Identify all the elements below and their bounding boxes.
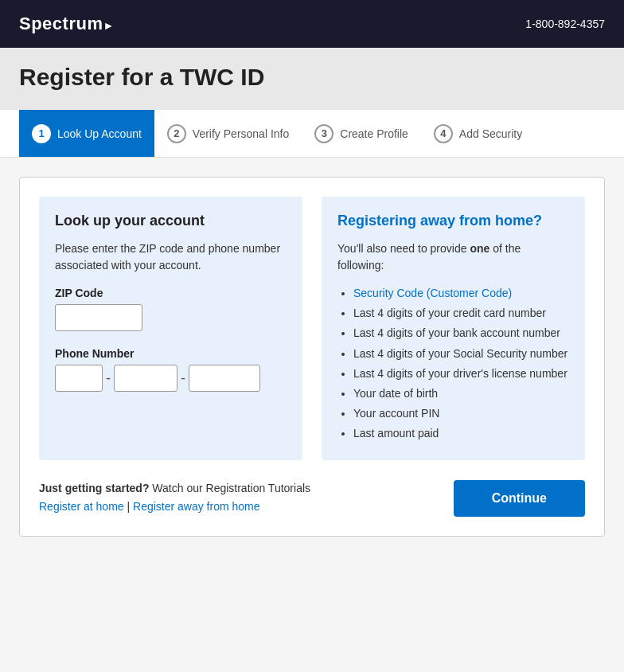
bottom-row: Just getting started? Watch our Registra… (39, 479, 585, 518)
left-panel-desc: Please enter the ZIP code and phone numb… (55, 240, 287, 274)
main-content: Look up your account Please enter the ZI… (0, 158, 624, 556)
left-panel: Look up your account Please enter the ZI… (39, 197, 302, 460)
two-col-layout: Look up your account Please enter the ZI… (39, 197, 585, 460)
step-1[interactable]: 1 Look Up Account (19, 110, 154, 157)
getting-started-links: Register at home | Register away from ho… (39, 498, 310, 517)
step-4-number: 4 (434, 124, 453, 143)
phone-area-input[interactable] (55, 365, 103, 392)
list-item: Last amount paid (353, 424, 569, 443)
list-item: Last 4 digits of your driver's license n… (353, 364, 569, 384)
header-phone: 1-800-892-4357 (525, 18, 605, 30)
step-1-number: 1 (32, 124, 51, 143)
phone-label: Phone Number (55, 347, 287, 360)
zip-input[interactable] (55, 304, 142, 331)
page-title: Register for a TWC ID (19, 64, 605, 91)
phone-sep-1: - (106, 370, 111, 387)
list-item: Your date of birth (353, 384, 569, 404)
phone-line-input[interactable] (189, 365, 260, 392)
right-panel: Registering away from home? You'll also … (322, 197, 585, 460)
logo: Spectrum► (19, 14, 115, 34)
list-item: Last 4 digits of your bank account numbe… (353, 323, 569, 343)
register-away-link[interactable]: Register away from home (133, 500, 260, 513)
page-title-bar: Register for a TWC ID (0, 48, 624, 110)
step-3-label: Create Profile (340, 127, 408, 140)
list-item: Last 4 digits of your credit card number (353, 303, 569, 323)
getting-started-text: Watch our Registration Tutorials (152, 482, 310, 494)
zip-field-group: ZIP Code (55, 287, 287, 331)
phone-sep-2: - (181, 370, 185, 387)
security-code-link[interactable]: Security Code (Customer Code) (353, 287, 512, 299)
right-intro-bold: one (470, 242, 489, 255)
step-3[interactable]: 3 Create Profile (302, 110, 421, 157)
list-item: Your account PIN (353, 404, 569, 424)
logo-text: Spectrum (19, 14, 103, 33)
right-intro-text: You'll also need to provide (337, 242, 467, 255)
step-2[interactable]: 2 Verify Personal Info (154, 110, 302, 157)
step-4-label: Add Security (459, 127, 522, 140)
register-at-home-link[interactable]: Register at home (39, 500, 124, 513)
logo-arrow: ► (103, 19, 114, 32)
right-panel-title: Registering away from home? (337, 213, 569, 229)
steps-bar: 1 Look Up Account 2 Verify Personal Info… (0, 110, 624, 158)
phone-group: - - (55, 365, 287, 392)
main-card: Look up your account Please enter the ZI… (19, 177, 605, 537)
phone-field-group: Phone Number - - (55, 347, 287, 392)
continue-button[interactable]: Continue (454, 480, 585, 517)
step-3-number: 3 (314, 124, 333, 143)
getting-started-section: Just getting started? Watch our Registra… (39, 479, 310, 518)
header: Spectrum► 1-800-892-4357 (0, 0, 624, 48)
getting-started-bold: Just getting started? (39, 482, 149, 494)
link-separator: | (127, 500, 134, 513)
list-item: Security Code (Customer Code) (353, 283, 569, 303)
step-2-number: 2 (167, 124, 186, 143)
left-panel-title: Look up your account (55, 213, 287, 229)
option-list: Security Code (Customer Code) Last 4 dig… (337, 283, 569, 444)
step-1-label: Look Up Account (57, 127, 142, 140)
list-item: Last 4 digits of your Social Security nu… (353, 344, 569, 364)
step-4[interactable]: 4 Add Security (421, 110, 535, 157)
zip-label: ZIP Code (55, 287, 287, 299)
phone-prefix-input[interactable] (114, 365, 177, 392)
step-2-label: Verify Personal Info (193, 127, 289, 140)
right-panel-intro: You'll also need to provide one of the f… (337, 240, 569, 274)
getting-started-line1: Just getting started? Watch our Registra… (39, 479, 310, 498)
